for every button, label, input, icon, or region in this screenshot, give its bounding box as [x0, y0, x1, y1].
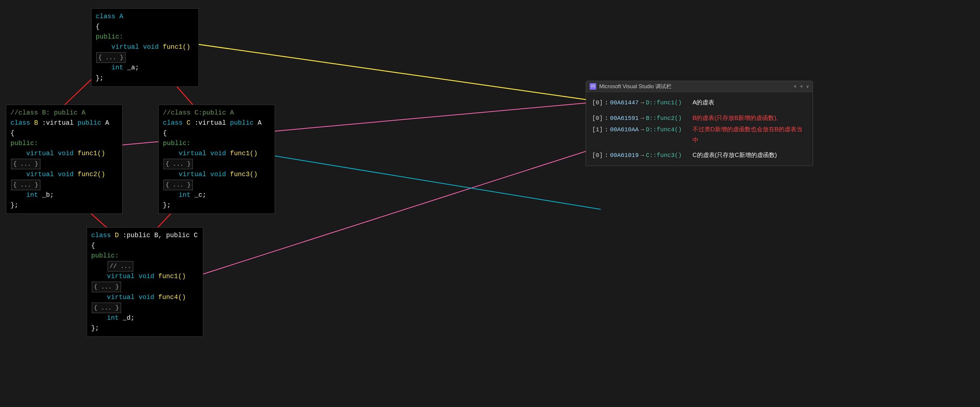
class-c-box: //class C:public A class C :virtual publ…	[158, 105, 275, 214]
svg-line-7	[254, 153, 601, 209]
vs-close-button[interactable]: ×	[794, 83, 797, 90]
vs-row-0: [0] : 00A61447 → D::func1() A的虚表	[592, 97, 807, 108]
class-a-box: class A { public: virtual void func1(){ …	[91, 8, 199, 87]
vs-content: [0] : 00A61447 → D::func1() A的虚表 [0] : 0…	[586, 92, 813, 166]
vs-window-title: Microsoft Visual Studio 调试栏	[599, 83, 791, 90]
class-a-title: class A	[95, 13, 123, 20]
vs-row-c-0: [0] : 00A61019 → C::func3() C的虚表(只存放C新增的…	[592, 150, 807, 161]
vs-titlebar: VS Microsoft Visual Studio 调试栏 × + ∨	[586, 81, 813, 92]
svg-line-4	[170, 40, 601, 102]
vs-chevron-icon[interactable]: ∨	[806, 83, 809, 89]
class-b-box: //class B: public A class B :virtual pub…	[6, 105, 123, 214]
class-d-box: class D :public B, public C { public: //…	[87, 227, 203, 337]
vs-icon: VS	[590, 83, 596, 90]
vs-row-b-1: [1] : 00A610AA → D::func4() 不过类D新增的虚函数也会…	[592, 124, 807, 145]
vs-row-b-0: [0] : 00A61591 → B::func2() B的虚表(只存放B新增的…	[592, 112, 807, 124]
vs-debug-window: VS Microsoft Visual Studio 调试栏 × + ∨ [0]…	[586, 81, 813, 166]
vs-plus-button[interactable]: +	[800, 83, 803, 90]
